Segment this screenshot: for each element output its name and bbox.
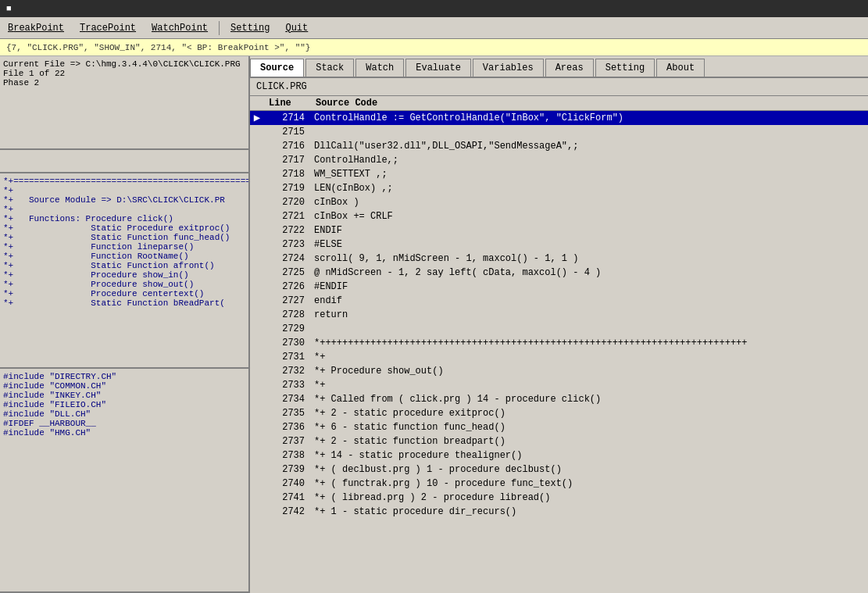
table-row: 2737*+ 2 - static function breadpart()	[250, 434, 868, 448]
table-row: 2727endif	[250, 294, 868, 308]
arrow-cell	[250, 294, 264, 308]
line-num-cell: 2740	[264, 477, 311, 491]
code-cell: *+ ( declbust.prg ) 1 - procedure declbu…	[311, 463, 868, 477]
code-cell: cInBox += CRLF	[311, 209, 868, 223]
code-cell: *+ ( libread.prg ) 2 - procedure libread…	[311, 491, 868, 505]
tab-bar: SourceStackWatchEvaluateVariablesAreasSe…	[250, 56, 868, 78]
arrow-cell	[250, 266, 264, 280]
line-num-cell: 2729	[264, 322, 311, 336]
line-num-cell: 2736	[264, 420, 311, 434]
tab-setting[interactable]: Setting	[595, 59, 655, 77]
filename-bar: CLICK.PRG	[250, 78, 868, 96]
line-num-cell: 2720	[264, 195, 311, 209]
outline-line: *+======================================…	[3, 177, 245, 186]
code-cell: *+ 1 - static procedure dir_recurs()	[311, 505, 868, 519]
table-row: 2741*+ ( libread.prg ) 2 - procedure lib…	[250, 491, 868, 505]
table-row: 2724 scroll( 9, 1, nMidScreen - 1, maxco…	[250, 252, 868, 266]
outline-line: *+ Static Procedure exitproc()	[3, 223, 245, 233]
tab-evaluate[interactable]: Evaluate	[405, 59, 471, 77]
line-num-cell: 2724	[264, 252, 311, 266]
menu-bar: BreakPointTracePointWatchPointSettingQui…	[0, 17, 868, 39]
line-num-cell: 2716	[264, 139, 311, 153]
arrow-cell	[250, 336, 264, 350]
tab-about[interactable]: About	[656, 59, 705, 77]
line-num-cell: 2731	[264, 350, 311, 364]
table-row: 2736*+ 6 - static function func_head()	[250, 420, 868, 434]
main-layout: Current File => C:\hmg.3.4.4\0\CLICK\CLI…	[0, 56, 868, 593]
table-row: 2734*+ Called from ( click.prg ) 14 - pr…	[250, 392, 868, 406]
arrow-cell	[250, 434, 264, 448]
file-line-label: File 1 of 22	[3, 69, 245, 78]
code-cell: *+	[311, 378, 868, 392]
table-row: 2718 WM_SETTEXT ,;	[250, 167, 868, 181]
table-row: 2740*+ ( functrak.prg ) 10 - procedure f…	[250, 477, 868, 491]
code-cell: LEN(cInBox) ,;	[311, 181, 868, 195]
outline-line: *+ Static Function afront()	[3, 261, 245, 270]
line-num-cell: 2727	[264, 294, 311, 308]
line-col-header: Line	[264, 96, 311, 111]
table-row: 2723#ELSE	[250, 238, 868, 252]
line-num-cell: 2735	[264, 406, 311, 420]
outline-line: *+ Procedure centertext()	[3, 289, 245, 298]
title-bar: ■	[0, 0, 868, 17]
line-num-cell: 2734	[264, 392, 311, 406]
outline-line: *+ Static Function bReadPart(	[3, 298, 245, 308]
arrow-cell	[250, 139, 264, 153]
line-num-cell: 2719	[264, 181, 311, 195]
line-num-cell: 2737	[264, 434, 311, 448]
outline-line: *+	[3, 205, 245, 214]
arrow-cell	[250, 463, 264, 477]
table-row: 2720 cInBox )	[250, 195, 868, 209]
code-cell: DllCall("user32.dll",DLL_OSAPI,"SendMess…	[311, 139, 868, 153]
include-line: #include "INKEY.CH"	[3, 391, 245, 400]
code-cell: *+ 2 - static procedure exitproc()	[311, 406, 868, 420]
source-area[interactable]: Line Source Code ▶2714 ControlHandle := …	[250, 96, 868, 593]
table-row: 2719 LEN(cInBox) ,;	[250, 181, 868, 195]
line-num-cell: 2738	[264, 448, 311, 463]
include-line: #include "COMMON.CH"	[3, 381, 245, 391]
line-num-cell: 2715	[264, 125, 311, 139]
tab-watch[interactable]: Watch	[355, 59, 404, 77]
code-cell: *+++++++++++++++++++++++++++++++++++++++…	[311, 336, 868, 350]
code-cell: *+	[311, 350, 868, 364]
arrow-cell	[250, 181, 264, 195]
line-num-cell: 2733	[264, 378, 311, 392]
line-num-cell: 2723	[264, 238, 311, 252]
table-row: 2729	[250, 322, 868, 336]
code-col-header: Source Code	[311, 96, 868, 111]
code-cell: return	[311, 308, 868, 322]
table-row: 2739*+ ( declbust.prg ) 1 - procedure de…	[250, 463, 868, 477]
code-cell: #ELSE	[311, 238, 868, 252]
tab-source[interactable]: Source	[250, 59, 304, 77]
line-num-cell: 2714	[264, 111, 311, 125]
tab-variables[interactable]: Variables	[473, 59, 544, 77]
line-num-cell: 2718	[264, 167, 311, 181]
tab-stack[interactable]: Stack	[305, 59, 354, 77]
arrow-header	[250, 96, 264, 111]
menu-separator	[219, 21, 220, 35]
arrow-cell	[250, 392, 264, 406]
outline-line: *+ Procedure show_out()	[3, 280, 245, 289]
table-row: 2730*+++++++++++++++++++++++++++++++++++…	[250, 336, 868, 350]
tab-areas[interactable]: Areas	[545, 59, 594, 77]
menu-item-watchpoint[interactable]: WatchPoint	[144, 20, 216, 37]
menu-item-breakpoint[interactable]: BreakPoint	[0, 20, 72, 37]
code-cell: WM_SETTEXT ,;	[311, 167, 868, 181]
menu-item-quit[interactable]: Quit	[277, 20, 316, 37]
status-text: {7, "CLICK.PRG", "SHOW_IN", 2714, "< BP:…	[6, 43, 310, 52]
code-cell: scroll( 9, 1, nMidScreen - 1, maxcol() -…	[311, 252, 868, 266]
filename-label: CLICK.PRG	[256, 81, 307, 92]
file-info-section: Current File => C:\hmg.3.4.4\0\CLICK\CLI…	[0, 56, 248, 150]
table-row: 2738*+ 14 - static procedure thealigner(…	[250, 448, 868, 463]
table-row: 2716 DllCall("user32.dll",DLL_OSAPI,"Sen…	[250, 139, 868, 153]
menu-item-tracepoint[interactable]: TracePoint	[72, 20, 144, 37]
arrow-cell	[250, 167, 264, 181]
arrow-cell	[250, 322, 264, 336]
table-row: 2722ENDIF	[250, 223, 868, 238]
menu-item-setting[interactable]: Setting	[223, 20, 277, 37]
line-num-cell: 2717	[264, 153, 311, 167]
arrow-cell	[250, 125, 264, 139]
arrow-cell	[250, 378, 264, 392]
arrow-cell	[250, 477, 264, 491]
outline-line: *+ Function RootName()	[3, 252, 245, 261]
